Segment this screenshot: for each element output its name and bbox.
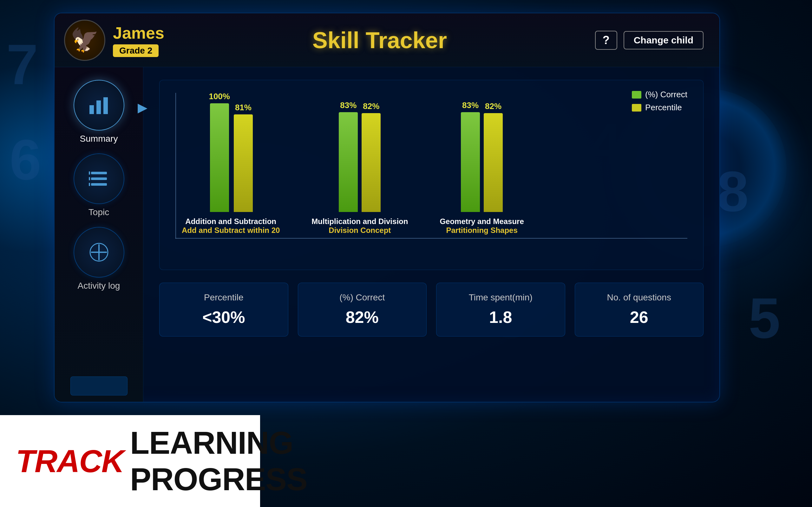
bar-label-sub-multiplication: Division Concept bbox=[311, 226, 408, 235]
bars-addition: 100% 81% bbox=[209, 92, 253, 212]
svg-rect-2 bbox=[103, 97, 108, 114]
svg-rect-5 bbox=[91, 183, 107, 186]
topic-icon bbox=[73, 153, 124, 204]
bar-label-main-addition: Addition and Subtraction bbox=[182, 217, 280, 226]
stat-card-time: Time spent(min) 1.8 bbox=[436, 283, 565, 337]
bar-mult-correct bbox=[339, 112, 358, 212]
change-child-button[interactable]: Change child bbox=[623, 31, 704, 49]
svg-rect-1 bbox=[96, 101, 101, 114]
bar-wrapper-geo-correct: 83% bbox=[461, 92, 480, 212]
stat-value-time: 1.8 bbox=[446, 308, 555, 327]
stat-label-correct: (%) Correct bbox=[308, 292, 417, 302]
stat-card-percentile: Percentile <30% bbox=[159, 283, 288, 337]
sidebar-item-summary[interactable]: Summary bbox=[61, 77, 137, 147]
svg-rect-3 bbox=[91, 172, 107, 174]
main-panel: 🦅 James Grade 2 Skill Tracker ? Change c… bbox=[54, 13, 720, 402]
body: Summary ▶ bbox=[55, 67, 719, 402]
bar-mult-percentile bbox=[362, 113, 380, 212]
stat-card-correct: (%) Correct 82% bbox=[298, 283, 427, 337]
page-title: Skill Tracker bbox=[164, 27, 595, 53]
bars-multiplication: 83% 82% bbox=[339, 92, 380, 212]
stat-card-questions: No. of questions 26 bbox=[575, 283, 704, 337]
bar-value-geo-correct: 83% bbox=[462, 101, 478, 110]
chart-area: (%) Correct Percentile bbox=[159, 80, 704, 270]
bar-label-main-multiplication: Multiplication and Division bbox=[311, 217, 408, 226]
bar-label-main-geometry: Geometry and Measure bbox=[440, 217, 524, 226]
bars-geometry: 83% 82% bbox=[461, 92, 503, 212]
grade-badge: Grade 2 bbox=[113, 44, 159, 57]
svg-rect-7 bbox=[89, 177, 90, 180]
user-name: James bbox=[113, 23, 164, 43]
svg-rect-6 bbox=[89, 171, 90, 175]
avatar: 🦅 bbox=[64, 20, 105, 61]
bar-addition-correct bbox=[210, 103, 229, 212]
bar-wrapper-addition-percentile: 81% bbox=[234, 92, 253, 212]
sidebar-item-label-activity: Activity log bbox=[78, 281, 120, 291]
bar-addition-percentile bbox=[234, 114, 253, 212]
stat-value-percentile: <30% bbox=[169, 308, 278, 327]
bar-group-geometry: 83% 82% Geometry and Measure Pa bbox=[440, 92, 524, 235]
sidebar-item-wrapper-activity: Activity log bbox=[55, 224, 143, 294]
bar-value-addition-percentile: 81% bbox=[235, 103, 252, 112]
sidebar-item-label-topic: Topic bbox=[89, 207, 109, 217]
sidebar: Summary ▶ bbox=[55, 67, 143, 402]
banner-track-text: TRACK bbox=[16, 443, 124, 480]
bar-value-geo-percentile: 82% bbox=[485, 101, 502, 111]
bar-label-addition: Addition and Subtraction Add and Subtrac… bbox=[182, 217, 280, 235]
sidebar-item-activity-log[interactable]: Activity log bbox=[61, 224, 137, 294]
sidebar-item-label-summary: Summary bbox=[80, 134, 118, 144]
sidebar-bottom-btn[interactable] bbox=[70, 377, 128, 395]
bg-num-8: 8 bbox=[717, 158, 749, 224]
bar-geo-correct bbox=[461, 112, 480, 212]
activity-log-icon bbox=[73, 227, 124, 278]
stat-value-correct: 82% bbox=[308, 308, 417, 327]
bar-wrapper-addition-correct: 100% bbox=[209, 92, 230, 212]
header: 🦅 James Grade 2 Skill Tracker ? Change c… bbox=[55, 13, 719, 67]
chart-axis-bottom bbox=[175, 238, 687, 239]
sidebar-arrow-summary: ▶ bbox=[138, 100, 148, 115]
banner-rest-text: LEARNING PROGRESS bbox=[130, 425, 307, 498]
bar-label-multiplication: Multiplication and Division Division Con… bbox=[311, 217, 408, 235]
bar-wrapper-mult-correct: 83% bbox=[339, 92, 358, 212]
bar-label-geometry: Geometry and Measure Partitioning Shapes bbox=[440, 217, 524, 235]
help-button[interactable]: ? bbox=[595, 31, 617, 50]
summary-icon bbox=[73, 80, 124, 130]
bg-num-7: 7 bbox=[6, 32, 38, 97]
svg-rect-8 bbox=[89, 183, 90, 186]
bar-value-mult-percentile: 82% bbox=[363, 101, 379, 111]
bar-group-multiplication: 83% 82% Multiplication and Division bbox=[311, 92, 408, 235]
bar-group-addition: 100% 81% Addition and Subtraction bbox=[182, 92, 280, 235]
stat-value-questions: 26 bbox=[585, 308, 694, 327]
bar-geo-percentile bbox=[484, 113, 503, 212]
bar-wrapper-geo-percentile: 82% bbox=[484, 92, 503, 212]
chart-axis-left bbox=[175, 93, 176, 239]
bottom-banner: TRACK LEARNING PROGRESS bbox=[0, 415, 260, 507]
bar-label-sub-geometry: Partitioning Shapes bbox=[440, 226, 524, 235]
chart-container: 100% 81% Addition and Subtraction bbox=[175, 93, 687, 239]
bar-label-sub-addition: Add and Subtract within 20 bbox=[182, 226, 280, 235]
stat-label-time: Time spent(min) bbox=[446, 292, 555, 302]
bar-wrapper-mult-percentile: 82% bbox=[362, 92, 380, 212]
bar-value-addition-correct: 100% bbox=[209, 92, 230, 101]
main-content: (%) Correct Percentile bbox=[143, 67, 719, 402]
stat-label-questions: No. of questions bbox=[585, 292, 694, 302]
bar-value-mult-correct: 83% bbox=[340, 101, 357, 110]
sidebar-item-wrapper-summary: Summary ▶ bbox=[55, 77, 143, 147]
svg-rect-4 bbox=[91, 177, 107, 180]
chart-groups: 100% 81% Addition and Subtraction bbox=[175, 93, 524, 235]
bg-num-5: 5 bbox=[749, 285, 780, 351]
header-actions: ? Change child bbox=[595, 31, 704, 50]
stat-label-percentile: Percentile bbox=[169, 292, 278, 302]
bg-num-6: 6 bbox=[9, 127, 41, 192]
sidebar-item-wrapper-topic: Topic bbox=[55, 150, 143, 221]
user-info: James Grade 2 bbox=[113, 23, 164, 57]
stats-row: Percentile <30% (%) Correct 82% Time spe… bbox=[159, 283, 704, 337]
svg-rect-0 bbox=[90, 105, 94, 114]
sidebar-item-topic[interactable]: Topic bbox=[61, 150, 137, 221]
